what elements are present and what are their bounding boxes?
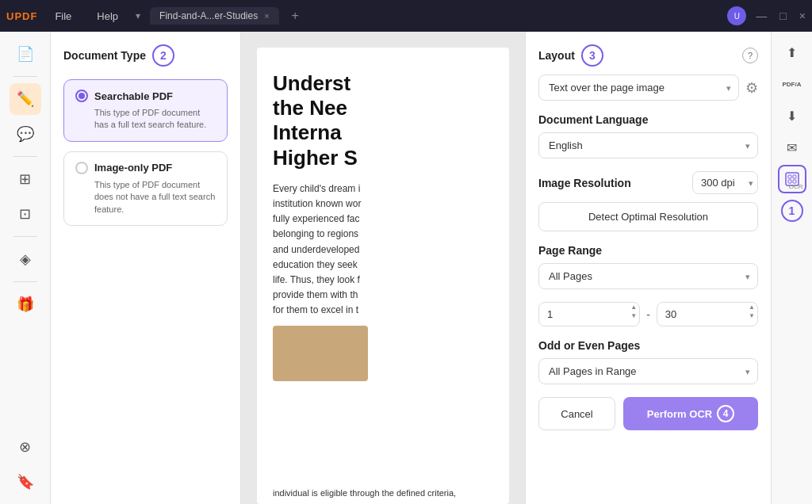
range-dash: - xyxy=(646,308,650,321)
image-resolution-row: Image Resolution 300 dpi 150 dpi 600 dpi… xyxy=(538,171,758,194)
searchable-pdf-desc: This type of PDF document has a full tex… xyxy=(75,107,216,132)
searchable-pdf-option[interactable]: Searchable PDF This type of PDF document… xyxy=(63,79,228,142)
image-only-pdf-option[interactable]: Image-only PDF This type of PDF document… xyxy=(63,151,228,226)
ocr-sidebar-label: OCR xyxy=(789,183,803,190)
sidebar-pdfa-icon[interactable]: PDF/A xyxy=(778,70,806,98)
document-type-panel: Document Type 2 Searchable PDF This type… xyxy=(51,32,241,504)
searchable-pdf-label: Searchable PDF xyxy=(94,90,173,102)
from-page-wrapper: ▲ ▼ xyxy=(538,302,640,326)
svg-rect-2 xyxy=(793,175,796,178)
sidebar-divider-1 xyxy=(13,76,37,77)
maximize-button[interactable]: □ xyxy=(779,10,786,22)
sidebar-item-bookmark[interactable]: 🔖 xyxy=(10,466,41,498)
layout-select[interactable]: Text over the page image Text under the … xyxy=(538,74,739,101)
to-page-up[interactable]: ▲ xyxy=(749,304,755,311)
from-page-spinner: ▲ ▼ xyxy=(630,304,637,320)
image-only-pdf-header: Image-only PDF xyxy=(75,162,216,174)
help-icon[interactable]: ? xyxy=(742,48,758,63)
window-controls: — □ × xyxy=(756,10,806,22)
svg-rect-1 xyxy=(788,175,791,178)
language-select-wrapper: English French German Spanish Chinese ▾ xyxy=(538,132,758,158)
tab-arrow[interactable]: ▾ xyxy=(136,10,140,21)
sidebar-item-crop[interactable]: ⊡ xyxy=(10,198,41,230)
title-bar: UPDF File Help ▾ Find-and-A...er-Studies… xyxy=(0,0,812,32)
from-page-input[interactable] xyxy=(538,302,640,326)
to-page-spinner: ▲ ▼ xyxy=(749,304,755,320)
sidebar-item-pages[interactable]: ⊞ xyxy=(10,163,41,195)
doc-type-title: Document Type xyxy=(63,49,146,62)
resolution-select[interactable]: 300 dpi 150 dpi 600 dpi xyxy=(692,171,758,194)
image-resolution-title: Image Resolution xyxy=(538,177,686,189)
tab-label: Find-and-A...er-Studies xyxy=(159,10,258,21)
layout-select-container: Text over the page image Text under the … xyxy=(538,74,739,101)
document-area: Understthe NeeInternaHigher S Every chil… xyxy=(241,32,525,504)
layout-select-area: Text over the page image Text under the … xyxy=(538,74,758,101)
doc-body: Every child's dream i institution known … xyxy=(273,181,493,319)
from-page-down[interactable]: ▼ xyxy=(630,312,637,320)
add-tab-button[interactable]: + xyxy=(292,9,299,23)
right-sidebar: ⬆ PDF/A ⬇ ✉ OCR 1 xyxy=(771,32,812,504)
odd-even-select-wrapper: All Pages in Range Odd Pages Only Even P… xyxy=(538,358,758,384)
doc-image xyxy=(273,326,368,381)
doc-language-title: Document Language xyxy=(538,113,758,126)
layout-header: Layout 3 ? xyxy=(538,44,758,67)
to-page-wrapper: ▲ ▼ xyxy=(657,302,758,326)
searchable-pdf-radio[interactable] xyxy=(75,90,88,102)
current-tab[interactable]: Find-and-A...er-Studies × xyxy=(150,7,279,25)
doc-footer: individual is eligible through the defin… xyxy=(257,485,509,501)
cancel-button[interactable]: Cancel xyxy=(538,397,615,430)
doc-page: Understthe NeeInternaHigher S Every chil… xyxy=(257,48,509,504)
sidebar-divider-3 xyxy=(13,236,37,237)
page-range-select[interactable]: All Pages Custom Range xyxy=(538,263,758,289)
from-page-up[interactable]: ▲ xyxy=(630,304,637,311)
doc-type-header: Document Type 2 xyxy=(63,44,228,67)
left-sidebar: 📄 ✏️ 💬 ⊞ ⊡ ◈ 🎁 ⊗ 🔖 xyxy=(0,32,51,504)
ocr-button-label: Perform OCR xyxy=(647,408,712,420)
sidebar-item-comment[interactable]: 💬 xyxy=(10,118,41,150)
sidebar-item-layers2[interactable]: ⊗ xyxy=(10,431,41,463)
layout-settings-icon[interactable]: ⚙ xyxy=(745,79,758,97)
language-select[interactable]: English French German Spanish Chinese xyxy=(538,132,758,158)
sidebar-divider-2 xyxy=(13,156,37,157)
to-page-down[interactable]: ▼ xyxy=(749,312,755,320)
doc-title: Understthe NeeInternaHigher S xyxy=(273,71,493,170)
sidebar-item-document[interactable]: 📄 xyxy=(10,38,41,70)
image-only-pdf-label: Image-only PDF xyxy=(94,162,172,174)
sidebar-ocr-icon[interactable]: OCR xyxy=(778,165,806,193)
step-badge-3: 3 xyxy=(581,44,603,67)
sidebar-divider-4 xyxy=(13,281,37,282)
file-menu[interactable]: File xyxy=(47,10,79,22)
image-only-pdf-desc: This type of PDF document does not have … xyxy=(75,179,216,216)
sidebar-item-layers[interactable]: ◈ xyxy=(10,243,41,275)
sidebar-email-icon[interactable]: ✉ xyxy=(778,133,806,162)
sidebar-item-highlight[interactable]: ✏️ xyxy=(10,83,41,115)
resolution-select-wrapper: 300 dpi 150 dpi 600 dpi ▾ xyxy=(692,171,758,194)
step-badge-4: 4 xyxy=(717,405,734,422)
sidebar-step-badge-1: 1 xyxy=(781,200,803,222)
sidebar-compress-icon[interactable]: ⬇ xyxy=(778,101,806,130)
image-only-pdf-radio[interactable] xyxy=(75,162,88,174)
layout-title: Layout xyxy=(538,49,575,62)
right-panel: Layout 3 ? Text over the page image Text… xyxy=(525,32,771,504)
to-page-input[interactable] xyxy=(657,302,758,326)
searchable-pdf-header: Searchable PDF xyxy=(75,90,216,102)
step-badge-2: 2 xyxy=(152,44,174,67)
odd-even-select[interactable]: All Pages in Range Odd Pages Only Even P… xyxy=(538,358,758,384)
help-menu[interactable]: Help xyxy=(89,10,126,22)
page-range-inputs: ▲ ▼ - ▲ ▼ xyxy=(538,302,758,326)
odd-even-title: Odd or Even Pages xyxy=(538,339,758,352)
minimize-button[interactable]: — xyxy=(756,10,767,22)
user-avatar[interactable]: U xyxy=(727,6,746,25)
sidebar-item-gift[interactable]: 🎁 xyxy=(10,288,41,320)
sidebar-export-icon[interactable]: ⬆ xyxy=(778,38,806,67)
page-range-select-wrapper: All Pages Custom Range ▾ xyxy=(538,263,758,289)
perform-ocr-button[interactable]: Perform OCR 4 xyxy=(623,397,758,430)
page-range-title: Page Range xyxy=(538,244,758,257)
close-button[interactable]: × xyxy=(799,10,806,22)
tab-close-icon[interactable]: × xyxy=(264,11,269,21)
app-logo: UPDF xyxy=(6,10,37,22)
action-row: Cancel Perform OCR 4 xyxy=(538,397,758,430)
detect-resolution-button[interactable]: Detect Optimal Resolution xyxy=(538,202,758,231)
main-area: 📄 ✏️ 💬 ⊞ ⊡ ◈ 🎁 ⊗ 🔖 Document Type 2 Searc… xyxy=(0,32,812,504)
